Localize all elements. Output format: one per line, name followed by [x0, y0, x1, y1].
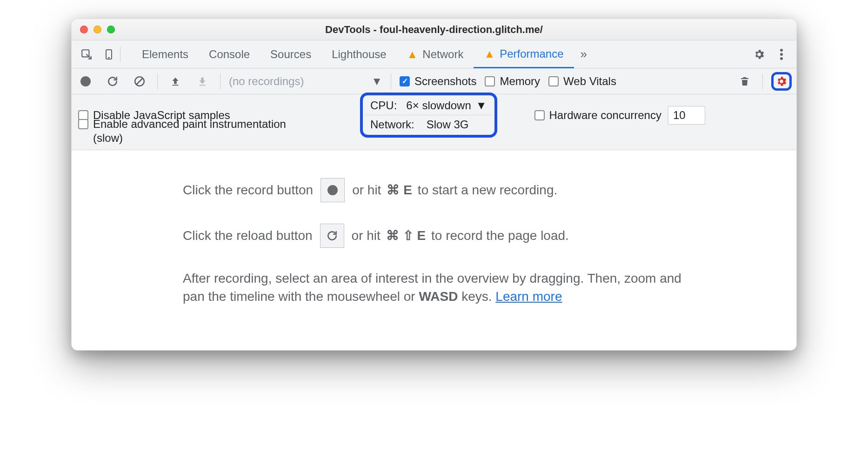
clear-button[interactable] — [130, 72, 149, 91]
hardware-concurrency-checkbox[interactable]: Hardware concurrency — [534, 109, 661, 122]
close-window-button[interactable] — [80, 26, 88, 33]
save-profile-button[interactable] — [193, 72, 212, 91]
inspect-element-icon[interactable] — [75, 43, 98, 66]
warning-icon: ▲ — [407, 48, 418, 61]
enable-paint-instrumentation-checkbox[interactable]: Enable advanced paint instrumentation (s… — [78, 117, 307, 145]
network-throttle-select[interactable]: Slow 3G — [427, 118, 469, 131]
capture-settings-button[interactable] — [771, 72, 792, 91]
shortcut: ⌘ ⇧ E — [386, 226, 426, 245]
svg-point-5 — [780, 57, 783, 60]
settings-icon[interactable] — [748, 43, 770, 66]
memory-checkbox[interactable]: Memory — [485, 75, 540, 88]
divider — [220, 73, 220, 89]
tab-network[interactable]: ▲ Network — [397, 40, 474, 68]
tab-elements[interactable]: Elements — [132, 40, 199, 68]
more-tabs-button[interactable]: » — [574, 47, 594, 61]
hint-record: Click the record button or hit ⌘ E to st… — [183, 178, 685, 202]
panel-tabs: Elements Console Sources Lighthouse ▲ Ne… — [72, 40, 796, 68]
divider — [157, 73, 158, 89]
svg-point-4 — [780, 53, 783, 56]
reload-record-button[interactable] — [103, 72, 122, 91]
hardware-concurrency-input[interactable]: 10 — [668, 106, 705, 125]
trash-icon[interactable] — [735, 72, 754, 91]
maximize-window-button[interactable] — [107, 26, 115, 33]
capture-settings-panel: Disable JavaScript samples CPU: 6× slowd… — [72, 94, 796, 150]
load-profile-button[interactable] — [166, 72, 185, 91]
hint-overview: After recording, select an area of inter… — [183, 269, 685, 305]
warning-icon: ▲ — [484, 47, 495, 60]
divider — [391, 73, 391, 89]
svg-point-3 — [780, 49, 783, 52]
traffic-lights — [80, 26, 115, 33]
svg-rect-9 — [200, 85, 206, 86]
window-title: DevTools - foul-heavenly-direction.glitc… — [72, 24, 796, 36]
reload-button-sample — [320, 224, 344, 248]
learn-more-link[interactable]: Learn more — [495, 289, 562, 304]
webvitals-checkbox[interactable]: Web Vitals — [548, 75, 616, 88]
tab-console[interactable]: Console — [199, 40, 260, 68]
tab-performance[interactable]: ▲ Performance — [474, 40, 574, 68]
network-throttle-label: Network: — [370, 118, 414, 131]
checkbox-icon — [534, 110, 545, 120]
empty-state: Click the record button or hit ⌘ E to st… — [72, 150, 796, 350]
checkbox-icon: ✓ — [400, 76, 410, 86]
checkbox-icon — [548, 76, 559, 86]
divider — [762, 73, 763, 89]
tab-lighthouse[interactable]: Lighthouse — [321, 40, 396, 68]
record-button-sample — [320, 178, 345, 202]
chevron-down-icon: ▼ — [371, 75, 382, 88]
throttling-highlight: CPU: 6× slowdown ▼ Network: Slow 3G — [360, 93, 497, 138]
kebab-menu-icon[interactable] — [770, 43, 793, 66]
titlebar: DevTools - foul-heavenly-direction.glitc… — [72, 19, 796, 40]
cpu-throttle-label: CPU: — [370, 99, 397, 112]
svg-line-7 — [137, 78, 143, 84]
device-toolbar-icon[interactable] — [98, 43, 120, 66]
devtools-window: DevTools - foul-heavenly-direction.glitc… — [71, 19, 797, 351]
screenshots-checkbox[interactable]: ✓ Screenshots — [400, 75, 476, 88]
record-button[interactable] — [76, 72, 95, 91]
recordings-label: (no recordings) — [229, 75, 304, 88]
tab-sources[interactable]: Sources — [260, 40, 321, 68]
cpu-throttle-select[interactable]: 6× slowdown ▼ — [406, 99, 487, 112]
minimize-window-button[interactable] — [93, 26, 101, 33]
checkbox-icon — [485, 76, 495, 86]
performance-toolbar: (no recordings) ▼ ✓ Screenshots Memory W… — [72, 68, 796, 94]
hint-reload: Click the reload button or hit ⌘ ⇧ E to … — [183, 224, 685, 248]
shortcut: ⌘ E — [387, 181, 412, 199]
recordings-select[interactable]: (no recordings) ▼ — [229, 75, 382, 88]
divider — [120, 46, 120, 62]
checkbox-icon — [78, 119, 88, 129]
svg-rect-8 — [173, 85, 179, 86]
chevron-down-icon: ▼ — [476, 99, 487, 112]
